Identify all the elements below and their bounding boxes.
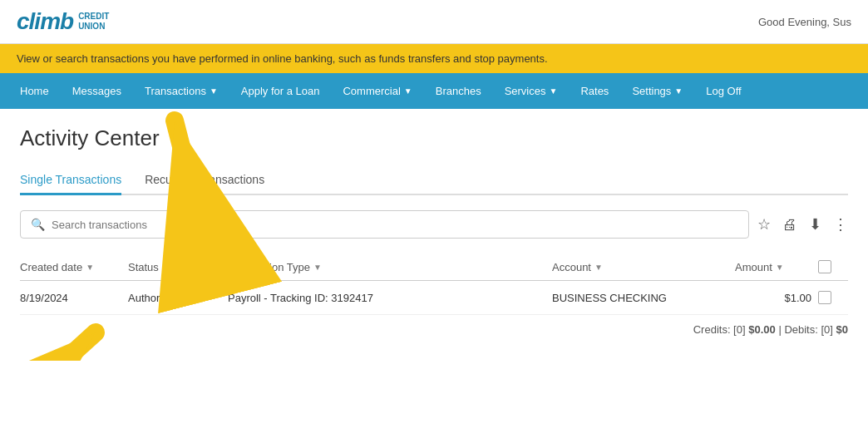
col-account[interactable]: Account ▼ xyxy=(552,260,735,273)
cell-created-date: 8/19/2024 xyxy=(20,292,128,304)
sort-arrow-account: ▼ xyxy=(594,263,603,272)
col-select-all[interactable] xyxy=(818,260,848,273)
col-transaction-type[interactable]: Transaction Type ▼ xyxy=(228,260,552,273)
page-wrapper: climb CREDIT UNION Good Evening, Sus Vie… xyxy=(0,0,868,361)
nav-messages[interactable]: Messages xyxy=(61,73,133,109)
search-actions: ☆ 🖨 ⬇ ⋮ xyxy=(757,215,848,234)
logo-subtitle: CREDIT UNION xyxy=(78,12,109,32)
cell-status: Authorized xyxy=(128,292,228,304)
sort-arrow-status: ▼ xyxy=(162,263,170,272)
services-chevron-icon: ▼ xyxy=(550,86,558,96)
select-all-checkbox[interactable] xyxy=(818,260,831,273)
info-banner: View or search transactions you have per… xyxy=(0,44,868,73)
credits-value: $0.00 xyxy=(748,323,776,336)
search-input[interactable] xyxy=(52,219,738,231)
settings-chevron-icon: ▼ xyxy=(674,86,683,96)
nav-transactions[interactable]: Transactions ▼ xyxy=(133,73,229,109)
col-created-date[interactable]: Created date ▼ xyxy=(20,260,128,273)
page-content: Activity Center Single Transactions Recu… xyxy=(0,109,868,361)
tabs: Single Transactions Recurring Transactio… xyxy=(20,166,848,195)
tab-recurring-transactions[interactable]: Recurring Transactions xyxy=(145,166,264,195)
col-status[interactable]: Status ▼ xyxy=(128,260,228,273)
nav-logoff[interactable]: Log Off xyxy=(694,73,752,109)
table-header: Created date ▼ Status ▼ Transaction Type… xyxy=(20,253,848,281)
cell-transaction-type: Payroll - Tracking ID: 3192417 xyxy=(228,292,552,304)
nav-home[interactable]: Home xyxy=(8,73,61,109)
cell-checkbox[interactable] xyxy=(818,291,848,304)
download-icon[interactable]: ⬇ xyxy=(809,215,821,234)
tab-single-transactions[interactable]: Single Transactions xyxy=(20,166,121,195)
logo: climb CREDIT UNION xyxy=(17,8,109,35)
sort-arrow-date: ▼ xyxy=(86,263,94,272)
commercial-chevron-icon: ▼ xyxy=(404,86,412,96)
nav-apply-loan[interactable]: Apply for a Loan xyxy=(229,73,332,109)
search-wrap: 🔍 xyxy=(20,210,749,239)
more-options-icon[interactable]: ⋮ xyxy=(833,215,848,234)
transactions-chevron-icon: ▼ xyxy=(210,86,218,96)
nav-commercial[interactable]: Commercial ▼ xyxy=(331,73,423,109)
search-row: 🔍 ☆ 🖨 ⬇ ⋮ xyxy=(20,210,848,239)
banner-text: View or search transactions you have per… xyxy=(17,52,548,65)
nav-services[interactable]: Services ▼ xyxy=(493,73,570,109)
col-amount[interactable]: Amount ▼ xyxy=(735,260,818,273)
greeting-text: Good Evening, Sus xyxy=(758,16,851,28)
cell-account: BUSINESS CHECKING xyxy=(552,292,735,304)
table-row: 8/19/2024 Authorized Payroll - Tracking … xyxy=(20,281,848,315)
sort-arrow-type: ▼ xyxy=(313,263,322,272)
row-checkbox[interactable] xyxy=(818,291,831,304)
main-nav: Home Messages Transactions ▼ Apply for a… xyxy=(0,73,868,109)
search-icon: 🔍 xyxy=(31,218,45,231)
sort-arrow-amount: ▼ xyxy=(776,263,784,272)
print-icon[interactable]: 🖨 xyxy=(782,216,797,234)
debits-label: Debits: [0] xyxy=(784,323,833,336)
favorite-icon[interactable]: ☆ xyxy=(757,215,771,234)
credits-label: Credits: [0] xyxy=(693,323,746,336)
nav-rates[interactable]: Rates xyxy=(569,73,620,109)
page-title: Activity Center xyxy=(20,125,848,151)
cell-amount: $1.00 xyxy=(735,292,818,304)
debits-value: $0 xyxy=(836,323,848,336)
nav-settings[interactable]: Settings ▼ xyxy=(620,73,694,109)
header: climb CREDIT UNION Good Evening, Sus xyxy=(0,0,868,44)
logo-text: climb xyxy=(17,8,73,35)
table-footer: Credits: [0] $0.00 | Debits: [0] $0 xyxy=(20,315,848,344)
nav-branches[interactable]: Branches xyxy=(424,73,493,109)
